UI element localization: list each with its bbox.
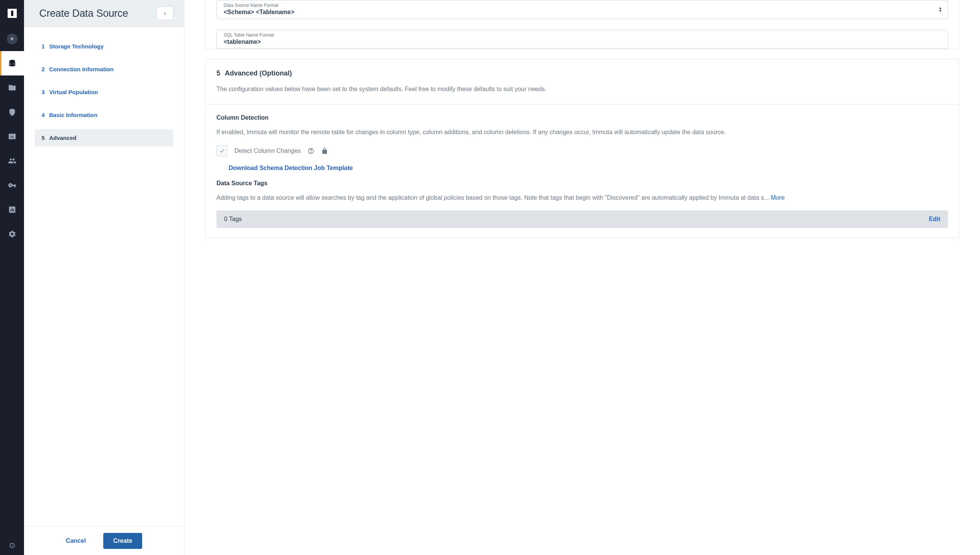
field-label: SQL Table Name Format — [224, 32, 941, 38]
nav-users[interactable] — [0, 149, 24, 173]
step-number: 3 — [42, 89, 49, 95]
column-detection-title: Column Detection — [216, 114, 948, 121]
step-label: Advanced — [49, 135, 77, 141]
help-circle-icon — [9, 542, 16, 549]
nav-projects[interactable] — [0, 75, 24, 100]
svg-point-4 — [11, 545, 13, 546]
step-advanced[interactable]: 5 Advanced — [35, 129, 173, 146]
nav-keys[interactable] — [0, 173, 24, 197]
step-number: 2 — [42, 66, 49, 72]
step-label: Basic Information — [49, 112, 98, 118]
section-title: Advanced (Optional) — [225, 69, 292, 77]
app-logo[interactable] — [0, 0, 24, 27]
field-label: Data Source Name Format — [224, 3, 941, 8]
step-connection-information[interactable]: 2 Connection Information — [35, 61, 173, 78]
unfold-icon[interactable]: ▲▼ — [938, 6, 942, 13]
step-number: 1 — [42, 43, 49, 50]
create-button[interactable]: Create — [103, 533, 142, 549]
section-description: The configuration values below have been… — [216, 84, 948, 94]
step-virtual-population[interactable]: 3 Virtual Population — [35, 83, 173, 101]
step-storage-technology[interactable]: 1 Storage Technology — [35, 38, 173, 55]
folder-icon — [8, 83, 16, 92]
checkbox-label: Detect Column Changes — [234, 148, 301, 154]
key-icon — [8, 181, 16, 189]
step-label: Connection Information — [49, 66, 114, 72]
tags-edit-link[interactable]: Edit — [929, 216, 940, 223]
download-schema-template-link[interactable]: Download Schema Detection Job Template — [229, 165, 353, 172]
nav-policies[interactable] — [0, 100, 24, 124]
step-number: 4 — [42, 112, 49, 118]
step-label: Virtual Population — [49, 89, 98, 95]
column-detection-description: If enabled, Immuta will monitor the remo… — [216, 127, 948, 137]
lock-icon — [321, 148, 328, 154]
nav-data-sources[interactable] — [0, 51, 24, 75]
check-icon — [219, 148, 225, 154]
plus-circle-icon: + — [7, 34, 18, 44]
step-number: 5 — [42, 135, 49, 141]
data-source-name-format-field[interactable]: Data Source Name Format <Schema> <Tablen… — [216, 0, 948, 19]
nav-help[interactable] — [0, 536, 24, 555]
page-title: Create Data Source — [39, 8, 128, 19]
report-icon — [8, 205, 16, 214]
users-icon — [8, 157, 16, 165]
more-link[interactable]: More — [771, 194, 785, 201]
step-basic-information[interactable]: 4 Basic Information — [35, 106, 173, 124]
data-source-tags-title: Data Source Tags — [216, 180, 948, 187]
nav-reports[interactable] — [0, 197, 24, 222]
cancel-button[interactable]: Cancel — [66, 537, 86, 544]
nav-add[interactable]: + — [0, 27, 24, 51]
gear-icon — [8, 230, 16, 238]
nav-settings[interactable] — [0, 222, 24, 246]
section-number: 5 — [216, 69, 220, 77]
tags-row: 0 Tags Edit — [216, 210, 948, 228]
collapse-sidebar-button[interactable]: ‹ — [157, 6, 173, 20]
help-icon[interactable] — [307, 148, 314, 154]
svg-point-1 — [9, 62, 15, 64]
data-source-tags-description: Adding tags to a data source will allow … — [216, 193, 948, 203]
database-icon — [8, 59, 16, 67]
field-value: <Schema> <Tablename> — [224, 9, 941, 16]
terminal-icon — [8, 132, 16, 141]
nav-console[interactable] — [0, 124, 24, 149]
svg-point-2 — [9, 64, 15, 66]
field-value: <tablename> — [224, 38, 941, 45]
step-label: Storage Technology — [49, 43, 104, 50]
sql-table-name-format-field[interactable]: SQL Table Name Format <tablename> — [216, 30, 948, 49]
shield-icon — [8, 108, 16, 116]
svg-point-6 — [311, 152, 311, 152]
tags-count: 0 Tags — [224, 216, 242, 223]
detect-column-changes-checkbox[interactable] — [216, 145, 227, 156]
chevron-left-icon: ‹ — [164, 10, 166, 17]
